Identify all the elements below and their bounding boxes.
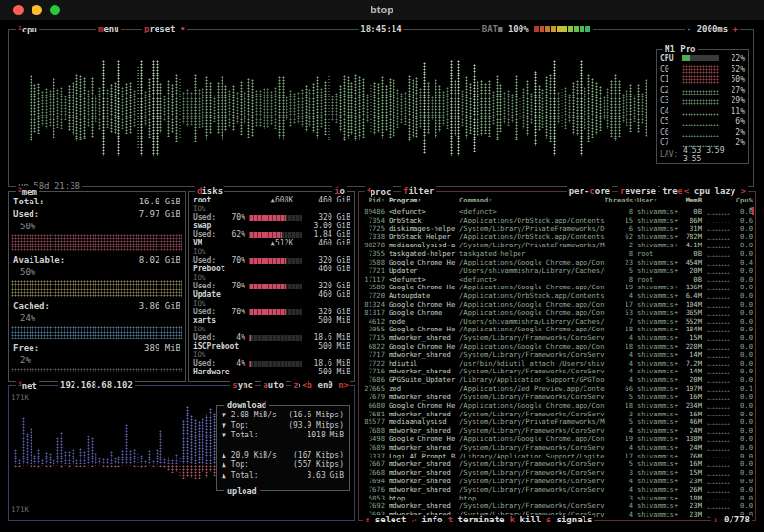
mem-item-row: Cached:3.86 GiB bbox=[9, 300, 185, 312]
disk-row: Hardware500 MiB bbox=[189, 368, 354, 376]
cpu-box: 1cpu menu preset • 18:45:14 BAT■ 100% - … bbox=[8, 29, 754, 187]
update-interval: - 2000ms + bbox=[685, 24, 740, 33]
battery-segment bbox=[562, 26, 567, 32]
battery-indicator: BAT■ 100% bbox=[480, 24, 593, 33]
sort-column-selector[interactable]: < cpu lazy > bbox=[682, 186, 748, 196]
disk-used-bar bbox=[249, 215, 302, 221]
battery-segment bbox=[551, 26, 556, 32]
proc-box-title[interactable]: 4proc bbox=[365, 186, 393, 197]
cpu-cores-box: M1 Pro CPU 22% C052%C150%C227%C329%C411%… bbox=[656, 49, 749, 164]
net-stat-row: ▲ Top:(557 Kibps) bbox=[222, 460, 344, 471]
disk-used-bar bbox=[249, 232, 302, 238]
net-stat-row: ▼ Top:(93.9 Mibps) bbox=[222, 421, 344, 432]
net-box: 3net 192.168.68.102 sync auto zero <b en… bbox=[8, 385, 355, 521]
cpu-total-row: CPU 22% bbox=[657, 53, 748, 64]
footer-action-kill[interactable]: kill bbox=[515, 515, 546, 524]
mem-item-graph bbox=[11, 234, 182, 251]
battery-bar bbox=[534, 24, 591, 33]
interval-decrease[interactable]: - bbox=[687, 24, 691, 33]
battery-segment bbox=[557, 26, 562, 32]
cpu-box-title[interactable]: 1cpu bbox=[16, 24, 39, 34]
mem-item-graph bbox=[11, 326, 182, 339]
proc-count: ↓ 0/778 bbox=[711, 515, 752, 524]
disk-row: swap3.00 GiB bbox=[189, 222, 354, 230]
battery-segment bbox=[534, 26, 539, 32]
col-threads[interactable]: Threads: bbox=[605, 196, 633, 204]
cpu-model-name: M1 Pro bbox=[663, 44, 698, 53]
footer-action-info[interactable]: info bbox=[416, 515, 448, 524]
battery-segment bbox=[574, 26, 579, 32]
footer-action-select[interactable]: select bbox=[370, 515, 411, 524]
disk-row: root▲608K460 GiB bbox=[189, 196, 354, 204]
cpu-core-row: C411% bbox=[657, 106, 748, 117]
window-titlebar: btop bbox=[0, 0, 764, 21]
disk-row: VM▲512K460 GiB bbox=[189, 239, 354, 247]
cpu-core-row: C62% bbox=[657, 127, 748, 138]
cpu-core-row: C56% bbox=[657, 117, 748, 127]
battery-segment bbox=[568, 26, 573, 32]
mem-item-graph bbox=[11, 280, 182, 297]
col-cpu[interactable]: Cpu% + bbox=[732, 196, 753, 204]
upload-label: upload bbox=[224, 486, 260, 496]
cpu-core-row: C052% bbox=[657, 64, 748, 74]
menu-button[interactable]: menu bbox=[96, 24, 121, 33]
net-sync-toggle[interactable]: sync bbox=[230, 380, 255, 390]
disks-box-title[interactable]: disks bbox=[195, 186, 224, 196]
battery-segment bbox=[580, 26, 584, 32]
disk-used-bar bbox=[249, 258, 302, 264]
footer-action-terminate[interactable]: terminate bbox=[453, 515, 510, 524]
mem-total-row: Total:16.0 GiB bbox=[9, 196, 185, 208]
mem-box-title[interactable]: 2mem bbox=[16, 186, 39, 197]
download-label: download bbox=[224, 400, 269, 410]
col-memb[interactable]: MemB bbox=[681, 196, 702, 204]
col-program[interactable]: Program: bbox=[389, 196, 457, 204]
battery-segment bbox=[545, 26, 550, 32]
disk-row: Preboot460 GiB bbox=[189, 265, 354, 273]
proc-table-body: 89486<defunct><defunct>8shivammis+0B0.07… bbox=[361, 208, 753, 518]
cpu-usage-graph bbox=[30, 58, 648, 158]
col-user[interactable]: User: bbox=[637, 196, 681, 204]
disk-used-bar bbox=[249, 361, 302, 367]
mem-item-graph bbox=[11, 368, 182, 372]
net-stat-row: ▲ 20.9 KiB/s(167 Kibps) bbox=[222, 451, 344, 461]
battery-segment bbox=[540, 26, 544, 32]
proc-box: 4proc filter per-core reverse tree < cpu… bbox=[358, 191, 756, 521]
battery-segment bbox=[585, 26, 590, 32]
terminal: 1cpu menu preset • 18:45:14 BAT■ 100% - … bbox=[0, 21, 764, 532]
mem-item-row: Free:389 MiB bbox=[9, 342, 185, 354]
disk-row: iSCPreboot500 MiB bbox=[189, 342, 354, 351]
mem-item-row: Available:8.02 GiB bbox=[9, 254, 185, 266]
mem-item-row: Used:7.97 GiB bbox=[9, 208, 185, 221]
disk-row: Update460 GiB bbox=[189, 290, 354, 299]
filter-button[interactable]: filter bbox=[401, 186, 436, 196]
load-average-row: LAV: 4.53 3.59 3.55 bbox=[657, 149, 748, 160]
net-ip-address: 192.168.68.102 bbox=[58, 380, 135, 390]
net-interface-switcher[interactable]: <b en0 n> bbox=[300, 380, 350, 390]
clock: 18:45:14 bbox=[358, 24, 403, 33]
proc-footer-actions: ↕ select ↵ info t terminate k kill s sig… bbox=[363, 515, 594, 524]
mem-box: 2mem Total:16.0 GiB Used:7.97 GiB50%Avai… bbox=[8, 191, 186, 382]
cpu-core-row: C227% bbox=[657, 85, 748, 96]
cpu-core-row: C329% bbox=[657, 96, 748, 106]
reverse-toggle[interactable]: reverse bbox=[618, 186, 658, 196]
cpu-core-row: C150% bbox=[657, 74, 748, 85]
window-title: btop bbox=[0, 4, 764, 15]
disk-used-bar bbox=[249, 284, 302, 289]
net-box-title[interactable]: 3net bbox=[16, 380, 39, 391]
scroll-down-icon[interactable]: ↓ bbox=[713, 515, 718, 524]
disks-box: disks io root▲608K460 GiBIO%Used:70%320 … bbox=[188, 191, 355, 382]
proc-scrollbar[interactable] bbox=[752, 207, 754, 215]
preset-button[interactable]: preset • bbox=[142, 24, 187, 33]
net-stat-row: ▼ 2.08 MiB/s(16.6 Mibps) bbox=[222, 411, 344, 421]
footer-action-signals[interactable]: signals bbox=[551, 515, 592, 524]
col-command[interactable]: Command: bbox=[459, 196, 605, 204]
col-pid[interactable]: Pid: bbox=[362, 196, 385, 204]
net-stat-row: ▼ Total:1018 MiB bbox=[222, 431, 344, 441]
disk-used-bar bbox=[249, 335, 302, 341]
net-traffic-graph bbox=[14, 399, 236, 516]
net-auto-toggle[interactable]: auto bbox=[261, 380, 286, 390]
interval-increase[interactable]: + bbox=[733, 24, 738, 33]
io-toggle[interactable]: io bbox=[332, 186, 347, 196]
per-core-toggle[interactable]: per-core bbox=[567, 186, 612, 196]
net-stat-row: ▲ Total:3.63 GiB bbox=[222, 471, 344, 481]
